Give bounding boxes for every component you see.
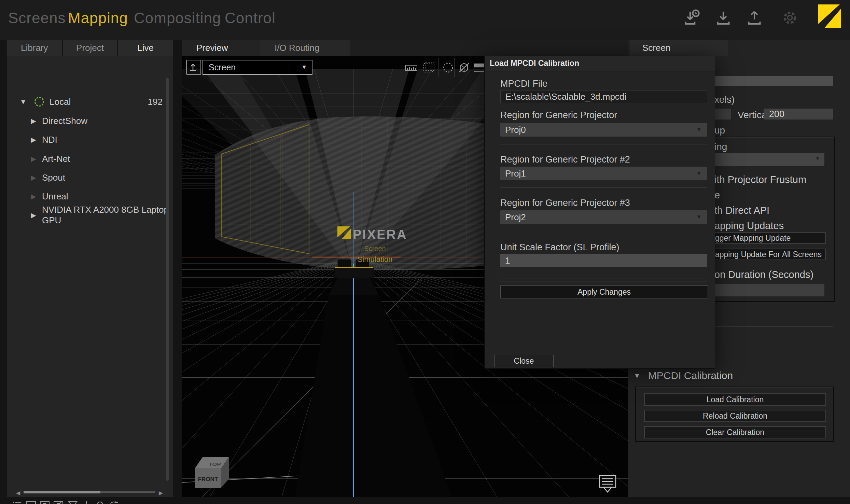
mapping-updates-fragment: apping Updates [714,220,784,232]
pixera-app: Screens Mapping Compositing Control [0,0,850,504]
mpcdi-file-label: MPCDI File [500,79,547,89]
tab-preview[interactable]: Preview [182,40,274,56]
tree-item-artnet[interactable]: ▶ Art-Net [7,153,173,165]
nav-compositing[interactable]: Compositing [134,10,221,27]
unit-scale-input[interactable]: 1 [500,254,707,267]
hide-eye-icon[interactable] [53,500,64,504]
tab-live[interactable]: Live [118,40,173,56]
tree-item-directshow[interactable]: ▶ DirectShow [7,115,173,127]
upload-icon[interactable] [745,8,764,27]
chevron-down-icon: ▼ [696,170,702,177]
vertical-input[interactable]: 200 [764,109,833,120]
apply-changes-button[interactable]: Apply Changes [500,285,708,298]
mpcdi-file-input[interactable]: E:\scalable\Scalable_3d.mpcdi [500,90,707,103]
settings-gear-icon[interactable] [780,8,799,27]
dialog-title: Load MPCDI Calibration [485,56,715,71]
bounding-box-icon[interactable] [421,60,435,75]
dialog-separator [500,231,707,231]
refresh-icon[interactable] [108,500,119,504]
region2-label: Region for Generic Projector #2 [500,154,630,165]
viewport-tabs: Preview I/O Routing [182,40,629,56]
nav-mapping[interactable]: Mapping [68,10,128,27]
resource-tree: ▼ Local 192 ▶ DirectShow ▶ NDI ▶ Art-Net… [7,57,173,497]
toolbar-separator [454,58,455,77]
mpcdi-calibration-header[interactable]: ▼ MPCDI Calibration [633,370,733,381]
resource-panel-tabs: Library Project Live [7,40,173,56]
pixera-logo [817,3,842,29]
tree-item-local[interactable]: ▼ Local 192 [7,96,173,108]
delete-icon[interactable] [95,500,106,504]
expand-arrow-icon[interactable]: ▶ [28,136,39,144]
tree-vertical-scrollbar[interactable] [166,78,169,481]
dialog-separator [500,144,707,144]
info-icon[interactable] [26,500,37,504]
expand-arrow-icon[interactable]: ▶ [28,211,39,219]
option-fragment: e [714,190,720,201]
screen-selector-dropdown[interactable]: Screen ▼ [203,60,312,75]
dialog-separator [500,279,707,279]
filter-icon[interactable] [67,500,78,504]
resolution-label-fragment: xels) [714,94,735,105]
collapse-arrow-icon[interactable]: ▼ [633,372,641,380]
show-eye-icon[interactable] [39,500,50,504]
wireframe-cube-icon[interactable] [457,60,471,75]
item-count: 192 [148,97,163,107]
expand-arrow-icon[interactable]: ▶ [28,192,39,200]
tree-horizontal-scrollbar[interactable]: ◀ ▶ [16,490,163,495]
load-mpcdi-calibration-dialog: Load MPCDI Calibration MPCDI File E:\sca… [484,56,715,369]
expand-arrow-icon[interactable]: ▶ [28,155,39,163]
scroll-right-arrow-icon[interactable]: ▶ [159,490,163,496]
nav-screens[interactable]: Screens [8,10,66,27]
load-calibration-button[interactable]: Load Calibration [644,393,826,406]
chevron-down-icon: ▼ [696,214,702,221]
region2-dropdown[interactable]: Proj1 ▼ [500,167,707,180]
region3-dropdown[interactable]: Proj2 ▼ [500,210,707,224]
gizmo-top-label: TOP [209,462,221,467]
tab-library[interactable]: Library [7,40,62,56]
frustum-option-fragment: ith Projector Frustum [714,174,806,185]
tab-screen[interactable]: Screen [630,40,728,56]
expand-arrow-icon[interactable]: ▼ [18,98,28,106]
expand-arrow-icon[interactable]: ▶ [28,173,39,182]
download-icon[interactable] [714,8,733,27]
reload-calibration-button[interactable]: Reload Calibration [644,410,826,422]
gizmo-front-label: FRONT [198,476,218,482]
clear-calibration-button[interactable]: Clear Calibration [644,426,826,438]
expand-arrow-icon[interactable]: ▶ [28,117,39,125]
chevron-down-icon: ▼ [301,64,307,71]
duration-label-fragment: on Duration (Seconds) [714,269,813,280]
chevron-down-icon: ▼ [815,156,820,162]
export-view-icon[interactable] [186,60,201,75]
tree-item-spout[interactable]: ▶ Spout [7,171,173,184]
selection-circle-icon[interactable] [441,60,455,75]
tree-item-unreal[interactable]: ▶ Unreal [7,190,173,202]
add-icon[interactable] [81,500,92,504]
green-ring-icon [34,97,44,107]
section-label-fragment: ing [714,141,727,152]
tree-item-gpu[interactable]: ▶ NVIDIA RTX A2000 8GB Laptop GPU [7,209,173,221]
dialog-separator [500,187,707,188]
unit-scale-label: Unit Scale Factor (SL Profile) [500,242,619,253]
orientation-cube-gizmo[interactable]: FRONT TOP [195,457,229,488]
watermark-text: PIXERA [353,227,407,242]
region1-dropdown[interactable]: Proj0 ▼ [500,123,707,137]
scroll-left-arrow-icon[interactable]: ◀ [16,490,20,496]
watermark-line2: Screen [364,245,386,252]
top-bar: Screens Mapping Compositing Control [0,0,850,40]
list-icon[interactable] [12,500,23,504]
nav-control[interactable]: Control [225,10,276,27]
close-button[interactable]: Close [494,355,554,367]
toolbar-separator [438,58,438,77]
watermark-line3: Simulation [358,255,393,264]
region3-label: Region for Generic Projector #3 [500,198,630,208]
tab-project[interactable]: Project [63,40,117,56]
scroll-thumb[interactable] [24,491,100,493]
history-download-icon[interactable] [682,8,701,27]
group-label-fragment: up [714,125,725,136]
tree-item-ndi[interactable]: ▶ NDI [7,134,173,146]
chevron-down-icon: ▼ [696,126,702,133]
tab-io-routing[interactable]: I/O Routing [260,40,350,56]
direct-api-fragment: th Direct API [714,205,769,216]
ruler-icon[interactable] [404,60,418,75]
region1-label: Region for Generic Projector [500,110,617,121]
